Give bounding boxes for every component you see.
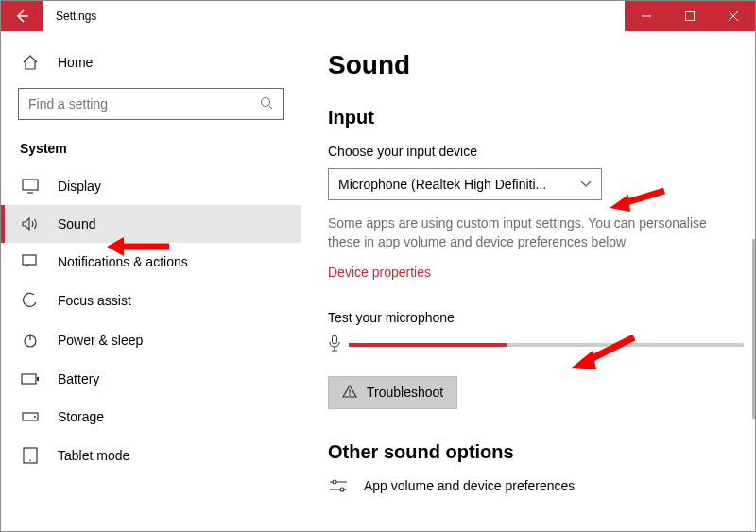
troubleshoot-label: Troubleshoot [367,385,443,400]
sliders-icon [328,478,349,493]
battery-icon [20,373,41,385]
sidebar-item-focus-assist[interactable]: Focus assist [1,281,301,320]
storage-icon [20,410,41,423]
tablet-icon [20,447,41,464]
sidebar-item-storage[interactable]: Storage [1,398,301,436]
content-area: Home System Display Sound Notifica [1,31,755,532]
other-section-title: Other sound options [328,441,755,463]
svg-point-13 [333,480,336,484]
page-title: Sound [328,50,755,80]
sidebar-home[interactable]: Home [1,44,301,80]
titlebar: Settings [1,1,755,31]
sidebar-item-display[interactable]: Display [1,167,301,205]
sidebar-item-label: Sound [58,216,95,232]
input-device-dropdown[interactable]: Microphone (Realtek High Definiti... [328,168,602,200]
warning-icon [342,385,357,401]
main-content: Sound Input Choose your input device Mic… [301,31,755,532]
input-hint-text: Some apps are using custom input setting… [328,214,725,252]
svg-rect-6 [37,377,39,381]
sidebar-item-notifications[interactable]: Notifications & actions [1,243,301,281]
arrow-left-icon [14,9,29,24]
search-input[interactable] [28,96,260,112]
dropdown-selected-text: Microphone (Realtek High Definiti... [338,177,546,192]
maximize-button[interactable] [668,1,712,31]
sidebar-item-label: Notifications & actions [58,254,188,269]
sidebar: Home System Display Sound Notifica [1,31,301,532]
svg-point-12 [349,394,351,396]
minimize-icon [642,11,651,21]
window-controls [625,1,755,31]
svg-rect-2 [23,180,38,190]
svg-point-8 [34,416,36,418]
microphone-meter-row [328,335,744,355]
device-properties-link[interactable]: Device properties [328,265,431,280]
sidebar-item-label: Power & sleep [58,333,143,348]
input-section-title: Input [328,107,755,129]
sidebar-item-sound[interactable]: Sound [1,205,301,243]
search-box[interactable] [18,88,284,120]
microphone-level-meter [349,343,744,347]
input-device-label: Choose your input device [328,144,755,159]
troubleshoot-button[interactable]: Troubleshoot [328,376,457,409]
sidebar-item-label: Display [58,179,101,194]
app-volume-option[interactable]: App volume and device preferences [328,478,755,493]
microphone-level-fill [349,343,507,347]
sidebar-item-label: Focus assist [58,293,131,308]
sidebar-item-tablet-mode[interactable]: Tablet mode [1,436,301,475]
sidebar-item-label: Storage [58,409,104,424]
svg-rect-3 [23,255,36,265]
close-button[interactable] [712,1,755,31]
microphone-icon [328,335,341,355]
sidebar-item-battery[interactable]: Battery [1,360,301,398]
test-mic-label: Test your microphone [328,310,755,325]
close-icon [729,11,738,21]
svg-point-10 [29,460,31,462]
svg-rect-5 [22,374,36,384]
sound-icon [20,216,41,232]
back-button[interactable] [1,1,43,31]
search-icon [260,96,273,112]
sidebar-item-label: Tablet mode [58,448,129,463]
app-volume-label: App volume and device preferences [364,478,575,493]
minimize-button[interactable] [625,1,668,31]
svg-point-14 [340,488,344,491]
display-icon [20,179,41,194]
window-title: Settings [43,1,625,31]
sidebar-item-power-sleep[interactable]: Power & sleep [1,320,301,360]
maximize-icon [685,11,695,21]
svg-rect-0 [686,12,695,21]
sidebar-category-label: System [1,135,301,167]
power-icon [20,332,41,349]
sidebar-item-label: Battery [58,371,99,386]
chevron-down-icon [580,178,592,191]
notifications-icon [20,254,41,269]
scrollbar[interactable] [752,239,755,419]
sidebar-home-label: Home [58,55,93,70]
svg-point-1 [262,97,270,106]
svg-rect-11 [333,335,337,344]
focus-assist-icon [20,292,41,309]
home-icon [20,54,41,71]
